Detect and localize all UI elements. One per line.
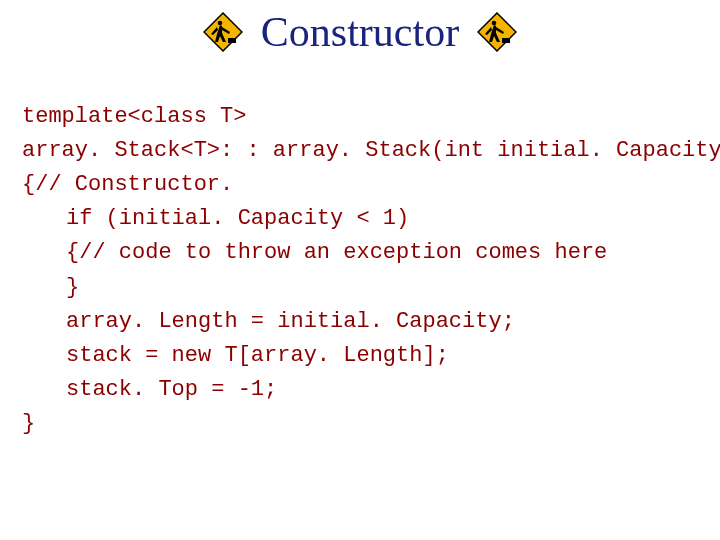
svg-rect-5 — [502, 38, 510, 43]
svg-point-4 — [492, 21, 497, 26]
code-line: template<class T> — [22, 104, 246, 129]
svg-point-1 — [218, 21, 223, 26]
code-block: template<class T> array. Stack<T>: : arr… — [0, 66, 720, 441]
construction-sign-icon — [203, 12, 243, 52]
code-line: } — [22, 411, 35, 436]
svg-rect-2 — [228, 38, 236, 43]
code-line: {// code to throw an exception comes her… — [22, 236, 710, 270]
code-line: } — [22, 271, 710, 305]
code-line: if (initial. Capacity < 1) — [22, 202, 710, 236]
slide-title: Constructor — [261, 8, 459, 56]
slide-header: Constructor — [0, 0, 720, 66]
code-line: stack. Top = -1; — [22, 373, 710, 407]
svg-marker-0 — [204, 13, 242, 51]
construction-sign-icon — [477, 12, 517, 52]
code-line: {// Constructor. — [22, 172, 233, 197]
code-line: stack = new T[array. Length]; — [22, 339, 710, 373]
code-line: array. Length = initial. Capacity; — [22, 305, 710, 339]
svg-marker-3 — [478, 13, 516, 51]
code-line: array. Stack<T>: : array. Stack(int init… — [22, 138, 720, 163]
